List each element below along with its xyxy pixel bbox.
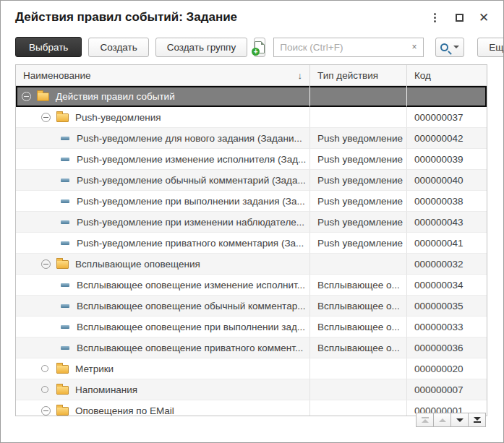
select-button[interactable]: Выбрать <box>15 37 82 57</box>
row-code: 000000033 <box>407 317 487 337</box>
folder-icon <box>56 386 69 395</box>
row-code: 000000041 <box>407 233 487 254</box>
scroll-up-icon <box>439 418 446 422</box>
table-row[interactable]: Всплывающее оповещение при выполнении за… <box>16 317 487 337</box>
sort-desc-icon: ↓ <box>298 70 303 81</box>
item-dash-icon <box>61 199 69 203</box>
row-name-label: Всплывающее оповещение при выполнении за… <box>77 322 305 332</box>
table-body: Действия правил событийPush-уведомления0… <box>16 86 487 416</box>
row-action-type <box>310 379 407 400</box>
close-icon: ✕ <box>479 12 489 24</box>
find-button[interactable] <box>435 38 464 57</box>
table-row[interactable]: Push-уведомление изменение исполнителя (… <box>16 149 487 170</box>
tree-expand-icon[interactable] <box>41 386 48 393</box>
table-header: Наименование ↓ Тип действия Код <box>16 65 487 86</box>
row-action-type <box>310 400 407 416</box>
more-button[interactable]: Еще <box>477 38 504 57</box>
row-action-type: Всплывающее о... <box>310 317 407 337</box>
row-code: 000000007 <box>407 379 487 400</box>
row-name-label: Push-уведомления <box>75 112 161 123</box>
row-action-type: Всплывающее о... <box>310 337 407 358</box>
tree-collapse-icon[interactable] <box>41 259 51 269</box>
row-name-label: Напоминания <box>75 384 137 395</box>
row-code: 000000040 <box>407 170 487 191</box>
table-row[interactable]: Напоминания000000007 <box>16 379 487 400</box>
item-dash-icon <box>61 283 69 287</box>
create-by-copy-button[interactable] <box>254 38 265 57</box>
folder-icon <box>56 113 69 122</box>
row-name-label: Push-уведомление обычный комментарий (За… <box>77 175 306 186</box>
row-code: 000000042 <box>407 128 487 149</box>
table-row[interactable]: Метрики000000020 <box>16 358 487 379</box>
table-row[interactable]: Всплывающее оповещение приватного коммен… <box>16 337 487 358</box>
scroll-first-button <box>416 413 434 427</box>
scroll-last-icon <box>474 421 481 423</box>
table-row[interactable]: Действия правил событий <box>16 86 487 107</box>
tree-table: Наименование ↓ Тип действия Код Действия… <box>15 64 487 416</box>
table-row[interactable]: Push-уведомления000000037 <box>16 107 487 128</box>
row-action-type <box>310 358 407 379</box>
maximize-button[interactable] <box>450 8 469 27</box>
scroll-up-button <box>433 413 451 427</box>
row-name-label: Push-уведомление при изменении наблюдате… <box>77 217 304 228</box>
table-row[interactable]: Push-уведомление при изменении наблюдате… <box>16 212 487 233</box>
row-name-label: Действия правил событий <box>56 91 175 102</box>
row-code <box>407 86 487 107</box>
row-name-label: Метрики <box>75 364 114 374</box>
tree-collapse-icon[interactable] <box>41 113 51 122</box>
row-name-label: Push-уведомление приватного комментария … <box>77 238 304 249</box>
row-code: 000000035 <box>407 296 487 317</box>
row-action-type: Push уведомление <box>310 212 407 233</box>
column-header-name[interactable]: Наименование ↓ <box>16 65 310 85</box>
more-button-label: Еще <box>489 42 504 53</box>
folder-icon <box>56 365 69 374</box>
row-action-type: Всплывающее о... <box>310 275 407 296</box>
window-controls: ✕ <box>425 8 493 27</box>
row-name-label: Всплывающее оповещение обычный комментар… <box>77 301 305 311</box>
scroll-down-icon <box>456 418 464 422</box>
table-row[interactable]: Push-уведомление при выполнении задания … <box>16 191 487 212</box>
tree-expand-icon[interactable] <box>41 365 48 372</box>
table-row[interactable]: Всплывающее оповещение обычный комментар… <box>16 296 487 317</box>
window-title: Действия правил событий: Задание <box>15 10 425 25</box>
row-action-type: Push уведомление <box>310 191 407 212</box>
tree-collapse-icon[interactable] <box>41 406 51 416</box>
scroll-last-icon <box>474 417 481 421</box>
window-menu-button[interactable] <box>425 8 444 27</box>
title-bar: Действия правил событий: Задание ✕ <box>1 1 503 34</box>
search-clear-button[interactable]: × <box>406 38 423 56</box>
column-header-type[interactable]: Тип действия <box>310 65 407 85</box>
chevron-down-icon <box>453 46 459 48</box>
scroll-last-button[interactable] <box>468 413 486 427</box>
item-dash-icon <box>61 304 69 308</box>
item-dash-icon <box>61 220 69 224</box>
search-input[interactable] <box>274 38 406 56</box>
toolbar: Выбрать Создать Создать группу × Еще <box>1 34 503 66</box>
create-group-button[interactable]: Создать группу <box>155 38 247 57</box>
column-header-code[interactable]: Код <box>407 65 487 85</box>
folder-icon <box>56 260 69 269</box>
kebab-menu-icon <box>434 13 436 22</box>
scroll-down-button[interactable] <box>450 413 469 427</box>
row-code: 000000037 <box>407 107 487 128</box>
table-row[interactable]: Push-уведомление обычный комментарий (За… <box>16 170 487 191</box>
row-code: 000000032 <box>407 254 487 275</box>
row-code: 000000038 <box>407 191 487 212</box>
table-row[interactable]: Push-уведомление для нового задания (Зад… <box>16 128 487 149</box>
row-action-type: Всплывающее о... <box>310 296 407 317</box>
row-action-type: Push уведомление <box>310 170 407 191</box>
table-row[interactable]: Всплывающее оповещение изменение исполни… <box>16 275 487 296</box>
row-name-label: Всплывающие оповещения <box>75 259 200 270</box>
row-code: 000000020 <box>407 358 487 379</box>
tree-collapse-icon[interactable] <box>22 92 31 101</box>
create-button[interactable]: Создать <box>88 38 148 57</box>
item-dash-icon <box>61 158 69 161</box>
row-action-type: Push уведомление <box>310 233 407 254</box>
row-code: 000000039 <box>407 149 487 170</box>
maximize-icon <box>456 14 464 22</box>
table-row[interactable]: Всплывающие оповещения000000032 <box>16 254 487 275</box>
row-name-label: Push-уведомление изменение исполнителя (… <box>77 154 306 165</box>
table-row[interactable]: Push-уведомление приватного комментария … <box>16 233 487 254</box>
close-button[interactable]: ✕ <box>474 8 493 27</box>
row-code: 000000043 <box>407 212 487 233</box>
